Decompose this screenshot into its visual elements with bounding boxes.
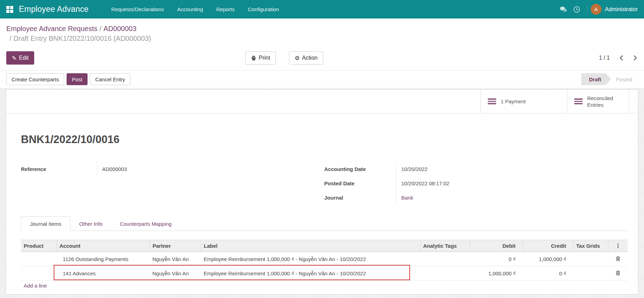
menu-requests-declarations[interactable]: Requests/Declarations [105,0,171,18]
page-title: BNK1/2022/10/0016 [21,133,628,146]
cell-tax-grids [573,266,608,281]
tab-other-info[interactable]: Other Info [70,216,111,231]
table-row-highlighted[interactable]: 141 Advances Nguyễn Văn An Employee Reim… [21,266,628,281]
column-header-credit[interactable]: Credit [523,240,573,252]
top-navbar: Employee Advance Requests/Declarations A… [0,0,644,18]
field-label-posted-date: Posted Date [324,176,396,191]
column-header-account[interactable]: Account [56,240,150,252]
menu-reports[interactable]: Reports [210,0,241,18]
column-header-label[interactable]: Label [201,240,420,252]
column-header-partner[interactable]: Partner [150,240,201,252]
column-header-product[interactable]: Product [21,240,56,252]
pager: 1 / 1 [599,51,638,65]
optional-columns-toggle-icon[interactable]: ⋮ [608,240,628,252]
cell-debit: 0 ₫ [470,252,523,266]
field-accounting-date: Accounting Date 10/20/2022 [324,162,628,176]
status-bar: Draft Posted [581,73,638,85]
menu-configuration[interactable]: Configuration [241,0,286,18]
field-label-journal: Journal [324,191,396,205]
smart-button-strip: 1 Payment Reconciled Entries [6,90,638,113]
form-sheet: 1 Payment Reconciled Entries BNK1/2022/1… [6,89,638,295]
journal-items-table: Product Account Partner Label Analytic T… [21,240,628,291]
cell-debit: 1,000,000 ₫ [470,266,523,281]
app-brand: Employee Advance [19,5,89,14]
delete-row-icon[interactable] [615,270,621,276]
user-menu[interactable]: A Administrator [591,4,638,15]
add-line-row: Add a line [21,281,628,291]
cell-label: Employee Reimbursement 1,000,000 ₫ - Ngu… [201,252,420,266]
gear-icon: ⚙ [295,55,300,61]
cell-tax-grids [573,252,608,266]
tab-journal-items[interactable]: Journal Items [21,216,70,231]
cell-account: 141 Advances [56,266,150,281]
add-a-line-link[interactable]: Add a line [24,283,47,289]
breadcrumb-current: Draft Entry BNK1/2022/10/0016 (AD000003) [14,35,151,42]
messages-icon[interactable] [557,0,570,18]
field-group: Reference AD000003 Accounting Date 10/20… [21,162,628,205]
payment-smart-button[interactable]: 1 Payment [480,90,567,113]
breadcrumb-link-requests[interactable]: Employee Advance Requests [6,25,97,32]
create-counterparts-button[interactable]: Create Counterparts [6,73,64,85]
field-journal: Journal Bank [324,191,628,205]
print-button[interactable]: Print [245,51,276,65]
field-posted-date: Posted Date 10/20/2022 08:17:02 [324,176,628,191]
field-value-reference: AD000003 [97,162,324,176]
field-value-accounting-date: 10/20/2022 [396,162,628,176]
column-header-tax-grids[interactable]: Tax Grids [573,240,608,252]
cell-credit: 1,000,000 ₫ [523,252,573,266]
delete-row-icon[interactable] [615,256,621,261]
form-controls-row: ✎ Edit Print ⚙ Action 1 / 1 [0,51,644,65]
status-stage-posted[interactable]: Posted [611,73,638,85]
reconciled-entries-smart-button[interactable]: Reconciled Entries [567,90,629,113]
pager-count: 1 / 1 [599,55,610,61]
notebook-tabs: Journal Items Other Info Counterparts Ma… [21,216,628,231]
status-stage-draft[interactable]: Draft [581,73,611,85]
tab-counterparts-mapping[interactable]: Counterparts Mapping [111,216,180,231]
cell-analytic-tags [420,266,470,281]
cell-label: Employee Reimbursement 1,000,000 ₫ - Ngu… [201,266,420,281]
cell-partner: Nguyễn Văn An [150,266,201,281]
main-menu: Requests/Declarations Accounting Reports… [105,0,286,18]
column-header-analytic-tags[interactable]: Analytic Tags [420,240,470,252]
activity-clock-icon[interactable] [570,0,583,18]
user-avatar: A [591,4,601,15]
user-name: Administrator [605,6,638,13]
column-header-debit[interactable]: Debit [470,240,523,252]
printer-icon [251,55,256,61]
reconciled-entries-smart-button-label: Reconciled Entries [587,95,619,108]
table-header-row: Product Account Partner Label Analytic T… [21,240,628,252]
cell-product [21,252,56,266]
field-value-posted-date: 10/20/2022 08:17:02 [396,176,628,191]
action-button[interactable]: ⚙ Action [289,51,323,65]
pager-next-icon[interactable] [633,55,638,61]
payment-smart-button-label: 1 Payment [501,98,526,105]
breadcrumb-separator: / [9,35,12,42]
field-reference: Reference AD000003 [21,162,324,176]
edit-button[interactable]: ✎ Edit [6,51,34,65]
form-background: 1 Payment Reconciled Entries BNK1/2022/1… [0,88,644,298]
post-button[interactable]: Post [67,73,88,85]
cell-analytic-tags [420,252,470,266]
journal-lines-icon [574,98,583,104]
breadcrumb: Employee Advance Requests/AD000003 /Draf… [0,18,644,44]
field-label-accounting-date: Accounting Date [324,162,396,176]
cell-product [21,266,56,281]
nav-divider [587,5,587,14]
field-value-journal-link[interactable]: Bank [396,191,628,205]
cell-partner: Nguyễn Văn An [150,252,201,266]
cell-account: 1126 Outstanding Payments [56,252,150,266]
breadcrumb-separator: / [99,25,101,32]
field-label-reference: Reference [21,162,97,176]
pager-previous-icon[interactable] [619,55,624,61]
cancel-entry-button[interactable]: Cancel Entry [90,73,130,85]
table-row[interactable]: 1126 Outstanding Payments Nguyễn Văn An … [21,252,628,266]
menu-accounting[interactable]: Accounting [171,0,210,18]
apps-grid-icon[interactable] [6,6,13,13]
cell-credit: 0 ₫ [523,266,573,281]
pencil-icon: ✎ [12,55,16,61]
breadcrumb-link-ad000003[interactable]: AD000003 [104,25,137,32]
workflow-controls-row: Create Counterparts Post Cancel Entry Dr… [0,70,644,88]
journal-lines-icon [488,98,496,104]
